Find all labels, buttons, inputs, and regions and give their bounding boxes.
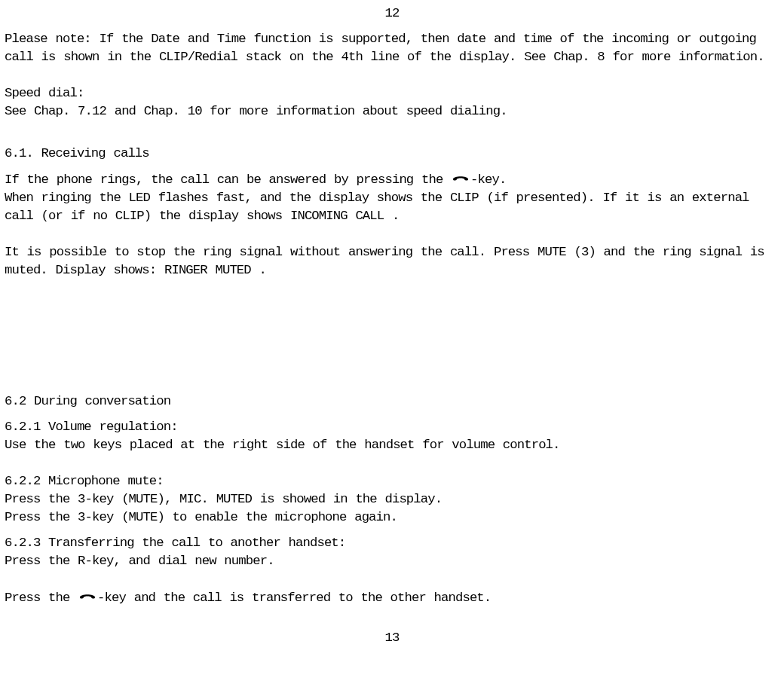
section-6-2-2-line-2: Press the 3-key (MUTE) to enable the mic…	[5, 508, 779, 527]
section-6-1-title: 6.1. Receiving calls	[5, 145, 779, 163]
section-6-1-line-1b: -key.	[470, 173, 506, 187]
phone-handset-icon	[452, 170, 470, 188]
please-note-paragraph: Please note: If the Date and Time functi…	[5, 30, 779, 66]
section-6-2-3-line-2a: Press the	[5, 590, 78, 604]
speed-dial-title: Speed dial:	[5, 84, 779, 102]
speed-dial-body: See Chap. 7.12 and Chap. 10 for more inf…	[5, 102, 779, 121]
section-6-2-3-line-2b: -key and the call is transferred to the …	[97, 590, 491, 604]
document-page: 12 Please note: If the Date and Time fun…	[0, 0, 784, 653]
section-6-2-3-line-2: Press the -key and the call is transferr…	[5, 588, 779, 607]
section-6-2-2-line-1: Press the 3-key (MUTE), MIC. MUTED is sh…	[5, 490, 779, 508]
page-number-top: 12	[5, 3, 779, 30]
page-number-bottom: 13	[5, 606, 779, 647]
section-6-1-line-2: When ringing the LED flashes fast, and t…	[5, 189, 779, 225]
phone-handset-icon	[78, 588, 96, 606]
section-6-1-line-1: If the phone rings, the call can be answ…	[5, 170, 779, 189]
section-6-2-2-title: 6.2.2 Microphone mute:	[5, 472, 779, 490]
section-6-2-1-title: 6.2.1 Volume regulation:	[5, 418, 779, 436]
section-6-2-3-line-1: Press the R-key, and dial new number.	[5, 552, 779, 570]
section-6-2-3-title: 6.2.3 Transferring the call to another h…	[5, 534, 779, 552]
section-6-1-line-1a: If the phone rings, the call can be answ…	[5, 173, 451, 187]
section-6-1-line-3: It is possible to stop the ring signal w…	[5, 243, 779, 279]
section-6-2-1-body: Use the two keys placed at the right sid…	[5, 436, 779, 454]
section-6-2-title: 6.2 During conversation	[5, 392, 779, 411]
